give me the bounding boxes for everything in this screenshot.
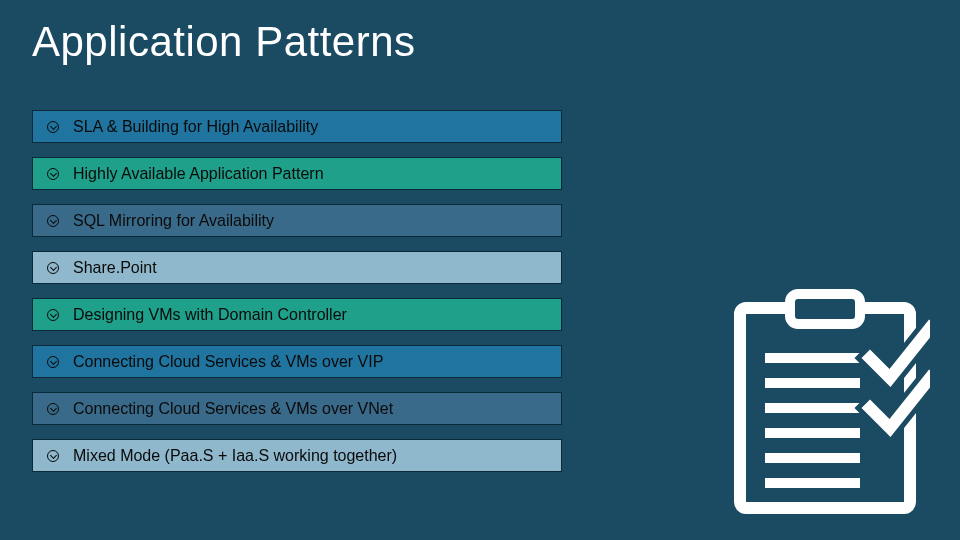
list-item-bar: SQL Mirroring for Availability <box>32 204 562 237</box>
pattern-list: SLA & Building for High Availability Hig… <box>32 110 562 486</box>
bullet-icon <box>47 168 59 180</box>
list-item-bar: Share.Point <box>32 251 562 284</box>
bullet-icon <box>47 450 59 462</box>
page-title: Application Patterns <box>0 0 960 66</box>
list-item: Connecting Cloud Services & VMs over VNe… <box>32 392 562 425</box>
list-item-bar: Highly Available Application Pattern <box>32 157 562 190</box>
list-item: Designing VMs with Domain Controller <box>32 298 562 331</box>
list-item-label: Mixed Mode (Paa.S + Iaa.S working togeth… <box>73 447 397 465</box>
clipboard-checklist-icon <box>720 288 930 518</box>
list-item-bar: Connecting Cloud Services & VMs over VNe… <box>32 392 562 425</box>
bullet-icon <box>47 262 59 274</box>
list-item-label: SQL Mirroring for Availability <box>73 212 274 230</box>
bullet-icon <box>47 215 59 227</box>
list-item-bar: Connecting Cloud Services & VMs over VIP <box>32 345 562 378</box>
list-item-label: Share.Point <box>73 259 157 277</box>
list-item-bar: Mixed Mode (Paa.S + Iaa.S working togeth… <box>32 439 562 472</box>
list-item: SQL Mirroring for Availability <box>32 204 562 237</box>
list-item-label: Connecting Cloud Services & VMs over VIP <box>73 353 383 371</box>
list-item-label: Highly Available Application Pattern <box>73 165 324 183</box>
list-item: Share.Point <box>32 251 562 284</box>
bullet-icon <box>47 403 59 415</box>
list-item-label: Connecting Cloud Services & VMs over VNe… <box>73 400 393 418</box>
list-item: SLA & Building for High Availability <box>32 110 562 143</box>
list-item-bar: SLA & Building for High Availability <box>32 110 562 143</box>
list-item: Highly Available Application Pattern <box>32 157 562 190</box>
bullet-icon <box>47 356 59 368</box>
svg-rect-1 <box>790 294 860 324</box>
list-item-label: SLA & Building for High Availability <box>73 118 318 136</box>
list-item-bar: Designing VMs with Domain Controller <box>32 298 562 331</box>
list-item-label: Designing VMs with Domain Controller <box>73 306 347 324</box>
bullet-icon <box>47 121 59 133</box>
bullet-icon <box>47 309 59 321</box>
list-item: Mixed Mode (Paa.S + Iaa.S working togeth… <box>32 439 562 472</box>
list-item: Connecting Cloud Services & VMs over VIP <box>32 345 562 378</box>
